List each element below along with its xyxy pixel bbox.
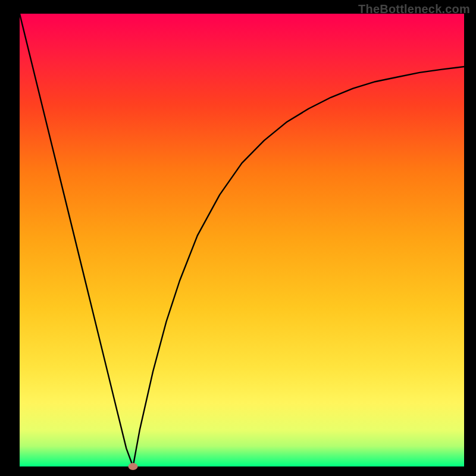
plot-background: [20, 14, 464, 466]
vertex-marker: [128, 463, 137, 470]
chart-svg: [0, 0, 476, 476]
watermark-text: TheBottleneck.com: [358, 2, 470, 16]
chart-stage: TheBottleneck.com: [0, 0, 476, 476]
